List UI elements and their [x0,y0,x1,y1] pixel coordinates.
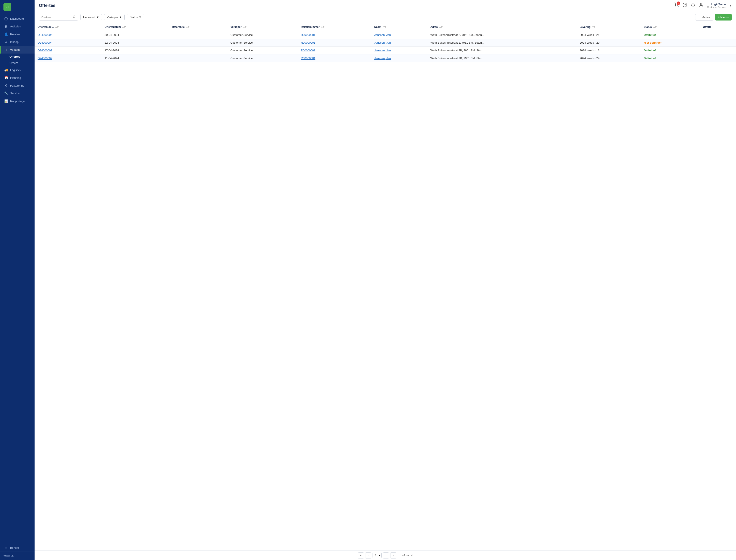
user-avatar [699,3,704,8]
cell-offerte [700,31,736,39]
cell-naam[interactable]: Janssen, Jan [371,39,428,47]
cell-offertenummer[interactable]: O24000002 [35,54,101,62]
dashboard-icon: ◯ [4,17,8,20]
cell-offertenummer[interactable]: O24000006 [35,31,101,39]
search-box[interactable] [39,14,78,21]
sidebar-sub-orders[interactable]: Orders [0,60,35,66]
user-info: LogicTrade Customer Service [707,3,726,8]
cell-referentie [169,47,227,54]
last-page-button[interactable]: » [390,552,396,558]
cell-offertedatum: 30-04-2024 [101,31,169,39]
cell-adres: Weth Buitenhuisstraat 2, 7951 SM, Staph.… [428,31,577,39]
filter-status-button[interactable]: Status ▼ [127,14,144,20]
cell-offertedatum: 11-04-2024 [101,54,169,62]
offertenummer-link[interactable]: O24000004 [38,41,52,44]
search-input[interactable] [41,16,71,19]
table-row[interactable]: O24000003 17-04-2024 Customer Service R0… [35,47,736,54]
notifications-button[interactable]: 1 [674,3,679,8]
sidebar-item-beheer[interactable]: ≡ Beheer [0,544,35,552]
sort-icon: △▽ [439,26,443,28]
cell-offerte [700,39,736,47]
cell-offertedatum: 22-04-2024 [101,39,169,47]
sidebar: LT ◯ Dashboard ▦ Artikelen 👤 Relaties ⇩ … [0,0,35,560]
sidebar-sub-label: Orders [9,61,18,65]
sidebar-item-service[interactable]: 🔧 Service [0,89,35,97]
sidebar-item-rapportage[interactable]: 📊 Rapportage [0,97,35,105]
cell-offertenummer[interactable]: O24000004 [35,39,101,47]
cell-relatienummer[interactable]: R00000001 [298,54,371,62]
cell-relatienummer[interactable]: R00000001 [298,39,371,47]
cell-naam[interactable]: Janssen, Jan [371,54,428,62]
cell-verkoper: Customer Service [227,31,298,39]
sidebar-item-logistiek[interactable]: 🚚 Logistiek [0,66,35,74]
cell-status: Definitief [641,54,700,62]
offertenummer-link[interactable]: O24000006 [38,33,52,36]
table-row[interactable]: O24000004 22-04-2024 Customer Service R0… [35,39,736,47]
cell-status: Niet definitief [641,39,700,47]
sidebar-item-inkoop[interactable]: ⇩ Inkoop [0,38,35,46]
next-page-button[interactable]: › [383,552,389,558]
col-referentie[interactable]: Referentie △▽ [169,23,227,31]
sidebar-item-facturering[interactable]: € Facturering [0,82,35,89]
sidebar-item-verkoop[interactable]: ⇧ Verkoop [0,46,35,54]
table-row[interactable]: O24000006 30-04-2024 Customer Service R0… [35,31,736,39]
cell-levering: 2024 Week - 25 [577,31,641,39]
naam-link[interactable]: Janssen, Jan [374,41,391,44]
col-naam[interactable]: Naam △▽ [371,23,428,31]
cell-relatienummer[interactable]: R00000001 [298,47,371,54]
prev-page-button[interactable]: ‹ [365,552,371,558]
col-verkoper[interactable]: Verkoper △▽ [227,23,298,31]
col-offertedatum[interactable]: Offertedatum △▽ [101,23,169,31]
sidebar-item-label: Rapportage [10,100,25,103]
table-row[interactable]: O24000002 11-04-2024 Customer Service R0… [35,54,736,62]
main-content: Offertes 1 LogicTrade Customer Service ▼ [35,0,736,560]
beheer-icon: ≡ [4,546,8,549]
cell-referentie [169,39,227,47]
relatienummer-link[interactable]: R00000001 [301,49,315,52]
sidebar-item-artikelen[interactable]: ▦ Artikelen [0,22,35,30]
nieuw-button[interactable]: + Nieuw [715,14,732,21]
naam-link[interactable]: Janssen, Jan [374,49,391,52]
page-title: Offertes [39,3,55,8]
col-status[interactable]: Status △▽ [641,23,700,31]
cell-levering: 2024 Week - 20 [577,39,641,47]
bell-button[interactable] [691,3,695,8]
cell-naam[interactable]: Janssen, Jan [371,31,428,39]
sidebar-item-dashboard[interactable]: ◯ Dashboard [0,15,35,22]
sidebar-item-relaties[interactable]: 👤 Relaties [0,30,35,38]
svg-point-4 [700,3,702,5]
relatienummer-link[interactable]: R00000001 [301,41,315,44]
relatienummer-link[interactable]: R00000001 [301,57,315,60]
cell-adres: Weth Buitenhuisstraat 2B, 7951 SM, Stap.… [428,47,577,54]
naam-link[interactable]: Janssen, Jan [374,57,391,60]
sidebar-item-label: Logistiek [10,68,21,72]
offertenummer-link[interactable]: O24000003 [38,49,52,52]
col-relatienummer[interactable]: Relatienummer △▽ [298,23,371,31]
col-adres[interactable]: Adres △▽ [428,23,577,31]
user-menu-chevron[interactable]: ▼ [729,4,732,7]
relatienummer-link[interactable]: R00000001 [301,33,315,36]
logistiek-icon: 🚚 [4,68,8,72]
sidebar-sub-offertes[interactable]: Offertes [0,54,35,60]
cell-relatienummer[interactable]: R00000001 [298,31,371,39]
offertes-table: Offertenum... △▽ Offertedatum △▽ Referen… [35,23,736,62]
first-page-button[interactable]: « [358,552,364,558]
sidebar-week: Week 26 [0,552,35,560]
sidebar-item-label: Inkoop [10,40,19,44]
col-levering[interactable]: Levering △▽ [577,23,641,31]
filter-verkoper-button[interactable]: Verkoper ▼ [104,14,125,20]
naam-link[interactable]: Janssen, Jan [374,33,391,36]
page-select[interactable]: 1 [373,553,382,558]
col-offertenummer[interactable]: Offertenum... △▽ [35,23,101,31]
filter-herkomst-button[interactable]: Herkomst ▼ [80,14,102,20]
pagination: « ‹ 1 › » 1 - 4 van 4 [35,551,736,560]
offertenummer-link[interactable]: O24000002 [38,57,52,60]
help-button[interactable] [682,3,687,8]
acties-button[interactable]: … Acties [695,14,713,21]
sidebar-item-planning[interactable]: 📅 Planning [0,74,35,82]
search-icon [73,15,76,19]
col-offerte[interactable]: Offerte [700,23,736,31]
cell-offertenummer[interactable]: O24000003 [35,47,101,54]
cell-referentie [169,54,227,62]
cell-naam[interactable]: Janssen, Jan [371,47,428,54]
